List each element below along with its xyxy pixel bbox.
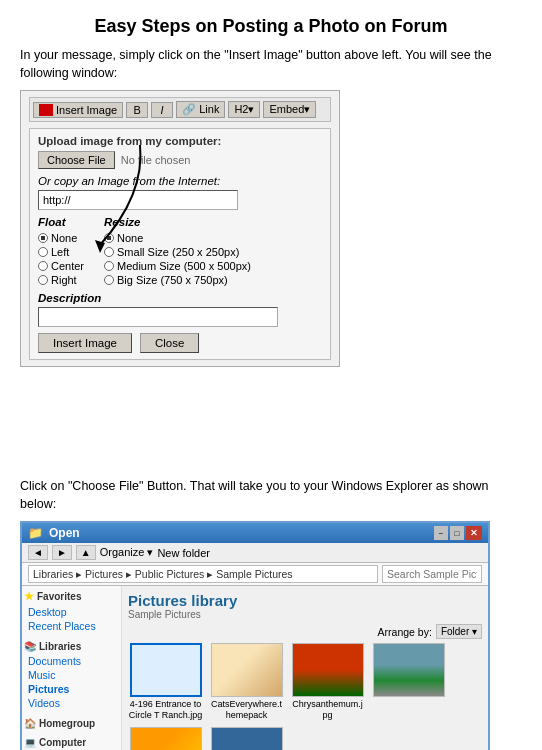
float-left-radio[interactable] (38, 247, 48, 257)
windows-explorer-dialog: 📁 Open − □ ✕ ◄ ► ▲ Organize ▾ New folder… (20, 521, 490, 750)
copy-label: Or copy an Image from the Internet: (38, 175, 322, 187)
thumbnail-image-cats (211, 643, 283, 697)
resize-column: Resize None Small Size (250 x 250px) Med… (104, 216, 251, 286)
float-label: Float (38, 216, 84, 228)
libraries-section: 📚 Libraries Documents Music Pictures Vid… (24, 641, 119, 710)
explorer-body: ★ Favorites Desktop Recent Places 📚 Libr… (22, 586, 488, 750)
float-column: Float None Left Center Right (38, 216, 84, 286)
embed-button[interactable]: Embed▾ (263, 101, 316, 118)
thumbnail-item-ranch[interactable]: 4-196 Entrance to Circle T Ranch.jpg (128, 643, 203, 721)
arrange-folder-button[interactable]: Folder ▾ (436, 624, 482, 639)
close-button[interactable]: Close (140, 333, 199, 353)
minimize-button[interactable]: − (434, 526, 448, 540)
italic-button[interactable]: I (151, 102, 173, 118)
maximize-button[interactable]: □ (450, 526, 464, 540)
image-icon (39, 104, 53, 116)
libraries-label: 📚 Libraries (24, 641, 119, 652)
computer-label: 💻 Computer (24, 737, 119, 748)
organize-button[interactable]: Organize ▾ (100, 546, 154, 559)
dialog-footer-buttons: Insert Image Close (38, 333, 322, 353)
resize-big-option[interactable]: Big Size (750 x 750px) (104, 274, 251, 286)
resize-small-option[interactable]: Small Size (250 x 250px) (104, 246, 251, 258)
editor-toolbar: Insert Image B I 🔗 Link H2▾ Embed▾ (29, 97, 331, 122)
float-left-option[interactable]: Left (38, 246, 84, 258)
sidebar-music[interactable]: Music (24, 668, 119, 682)
address-path[interactable]: Libraries ▸ Pictures ▸ Public Pictures ▸… (28, 565, 378, 583)
file-upload-row: Choose File No file chosen (38, 151, 322, 169)
h2-button[interactable]: H2▾ (228, 101, 260, 118)
sidebar-pictures[interactable]: Pictures (24, 682, 119, 696)
float-none-option[interactable]: None (38, 232, 84, 244)
thumbnail-image-water (211, 727, 283, 750)
library-icon: 📚 (24, 641, 36, 652)
float-none-radio[interactable] (38, 233, 48, 243)
favorites-label: ★ Favorites (24, 590, 119, 603)
star-icon: ★ (24, 590, 34, 603)
insert-image-toolbar-button[interactable]: Insert Image (33, 102, 123, 118)
intro-text: In your message, simply click on the "In… (20, 47, 522, 82)
sidebar-videos[interactable]: Videos (24, 696, 119, 710)
resize-big-radio[interactable] (104, 275, 114, 285)
up-button[interactable]: ▲ (76, 545, 96, 560)
sidebar-recent-places[interactable]: Recent Places (24, 619, 119, 633)
float-center-option[interactable]: Center (38, 260, 84, 272)
thumbnail-label-ranch: 4-196 Entrance to Circle T Ranch.jpg (128, 699, 203, 721)
sidebar-desktop[interactable]: Desktop (24, 605, 119, 619)
thumbnail-item-car[interactable] (371, 643, 446, 721)
no-file-text: No file chosen (121, 154, 191, 166)
thumbnails-grid: 4-196 Entrance to Circle T Ranch.jpg Cat… (128, 643, 482, 750)
bold-button[interactable]: B (126, 102, 148, 118)
search-input[interactable] (382, 565, 482, 583)
float-center-radio[interactable] (38, 261, 48, 271)
window-controls: − □ ✕ (434, 526, 482, 540)
explorer-titlebar: 📁 Open − □ ✕ (22, 523, 488, 543)
thumbnail-image-ranch (130, 643, 202, 697)
step1-text: Click on "Choose File" Button. That will… (20, 478, 522, 513)
homegroup-label: 🏠 Homegroup (24, 718, 119, 729)
address-bar: Libraries ▸ Pictures ▸ Public Pictures ▸… (22, 563, 488, 586)
insert-image-button[interactable]: Insert Image (38, 333, 132, 353)
url-input[interactable] (38, 190, 238, 210)
explorer-main-panel: Pictures library Sample Pictures Arrange… (122, 586, 488, 750)
library-header: Pictures library Sample Pictures (128, 592, 482, 620)
thumbnail-image-car (373, 643, 445, 697)
arrange-row: Arrange by: Folder ▾ (128, 624, 482, 639)
homegroup-section: 🏠 Homegroup (24, 718, 119, 729)
favorites-section: ★ Favorites Desktop Recent Places (24, 590, 119, 633)
explorer-sidebar: ★ Favorites Desktop Recent Places 📚 Libr… (22, 586, 122, 750)
resize-none-radio[interactable] (104, 233, 114, 243)
insert-image-dialog: Insert Image B I 🔗 Link H2▾ Embed▾ Uploa… (20, 90, 340, 367)
float-resize-row: Float None Left Center Right (38, 216, 322, 286)
thumbnail-item-flower[interactable] (128, 727, 203, 750)
homegroup-icon: 🏠 (24, 718, 36, 729)
new-folder-button[interactable]: New folder (157, 547, 210, 559)
float-right-radio[interactable] (38, 275, 48, 285)
back-button[interactable]: ◄ (28, 545, 48, 560)
resize-small-radio[interactable] (104, 247, 114, 257)
resize-medium-radio[interactable] (104, 261, 114, 271)
explorer-window-icon: 📁 (28, 526, 43, 540)
resize-label: Resize (104, 216, 251, 228)
float-right-option[interactable]: Right (38, 274, 84, 286)
resize-none-option[interactable]: None (104, 232, 251, 244)
thumbnail-item-cats[interactable]: CatsEverywhere.t hemepack (209, 643, 284, 721)
explorer-title: Open (49, 526, 80, 540)
sidebar-documents[interactable]: Documents (24, 654, 119, 668)
dialog-inner: Upload image from my computer: Choose Fi… (29, 128, 331, 360)
forward-button[interactable]: ► (52, 545, 72, 560)
thumbnail-item-chrysanthemum[interactable]: Chrysanthemum.jpg (290, 643, 365, 721)
thumbnail-label-cats: CatsEverywhere.t hemepack (209, 699, 284, 721)
thumbnail-label-chrysanthemum: Chrysanthemum.jpg (290, 699, 365, 721)
close-window-button[interactable]: ✕ (466, 526, 482, 540)
titlebar-left: 📁 Open (28, 526, 80, 540)
description-input[interactable] (38, 307, 278, 327)
thumbnail-image-flower (130, 727, 202, 750)
thumbnail-item-water[interactable] (209, 727, 284, 750)
resize-medium-option[interactable]: Medium Size (500 x 500px) (104, 260, 251, 272)
link-button[interactable]: 🔗 Link (176, 101, 225, 118)
library-title: Pictures library (128, 592, 482, 609)
thumbnail-image-chrysanthemum (292, 643, 364, 697)
explorer-toolbar: ◄ ► ▲ Organize ▾ New folder (22, 543, 488, 563)
insert-image-label: Insert Image (56, 104, 117, 116)
choose-file-button[interactable]: Choose File (38, 151, 115, 169)
